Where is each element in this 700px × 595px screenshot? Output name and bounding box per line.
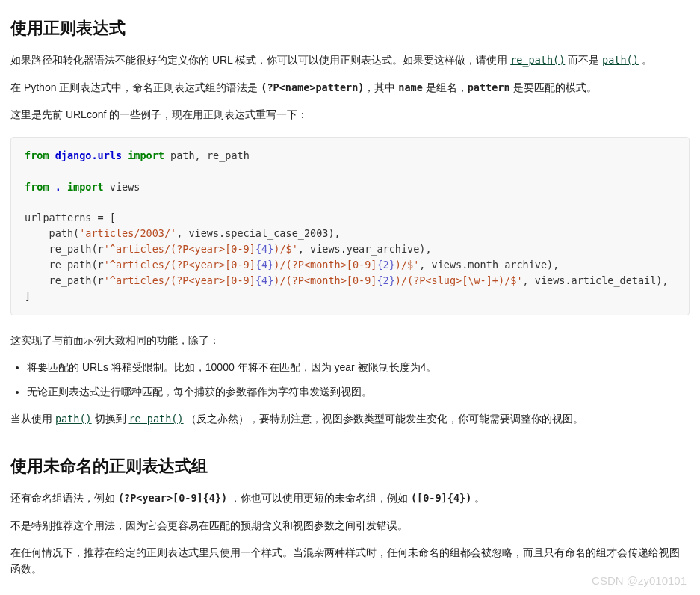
- text: 而不是: [565, 54, 602, 66]
- text: re_path(r: [25, 243, 104, 255]
- string: '^articles/(?P<year>[0-9]: [104, 274, 255, 286]
- para-example-lead: 这里是先前 URLconf 的一些例子，现在用正则表达式重写一下：: [10, 106, 690, 123]
- heading-unnamed-groups: 使用未命名的正则表达式组: [10, 453, 690, 479]
- kw: from: [25, 149, 49, 161]
- inline-code-name: name: [398, 81, 423, 93]
- text: re_path(r: [25, 259, 104, 271]
- para-not-recommended: 不是特别推荐这个用法，因为它会更容易在匹配的预期含义和视图参数之间引发错误。: [10, 517, 690, 534]
- para-differs: 这实现了与前面示例大致相同的功能，除了：: [10, 332, 690, 348]
- string: )/(?P<month>[0-9]: [273, 259, 377, 271]
- text: ，你也可以使用更短的未命名组，例如: [227, 492, 411, 504]
- text: 。: [471, 492, 485, 504]
- code-block-urlconf: from django.urls import path, re_path fr…: [10, 137, 690, 315]
- string: 'articles/2003/': [79, 227, 176, 239]
- text: 还有命名组语法，例如: [10, 492, 118, 504]
- text: 是组名，: [423, 81, 468, 93]
- string: )/$': [395, 259, 420, 271]
- quant: {2}: [377, 259, 394, 271]
- inline-code-named: (?P<year>[0-9]{4}): [118, 492, 227, 504]
- link-path[interactable]: path(): [602, 54, 639, 66]
- kw: import: [128, 149, 164, 161]
- link-path[interactable]: path(): [55, 413, 92, 425]
- text: , views.month_archive),: [419, 259, 559, 271]
- heading-use-regex: 使用正则表达式: [10, 15, 690, 41]
- module: .: [55, 181, 61, 193]
- text: 如果路径和转化器语法不能很好的定义你的 URL 模式，你可以可以使用正则表达式。…: [10, 54, 510, 66]
- text: views: [104, 181, 140, 193]
- text: , views.article_detail),: [523, 274, 669, 286]
- list-item: 将要匹配的 URLs 将稍受限制。比如，10000 年将不在匹配，因为 year…: [27, 359, 690, 375]
- code-line: ]: [25, 290, 31, 302]
- list-item: 无论正则表达式进行哪种匹配，每个捕获的参数都作为字符串发送到视图。: [27, 383, 690, 400]
- quant: {4}: [255, 243, 273, 255]
- text: ，其中: [364, 81, 398, 93]
- kw: from: [25, 181, 49, 193]
- string: )/(?P<slug>[\w-]+)/$': [395, 274, 523, 286]
- quant: {4}: [255, 259, 273, 271]
- text: path(: [25, 227, 79, 239]
- para-intro: 如果路径和转化器语法不能很好的定义你的 URL 模式，你可以可以使用正则表达式。…: [10, 52, 690, 69]
- text: , views.special_case_2003),: [176, 227, 340, 239]
- text: 在 Python 正则表达式中，命名正则表达式组的语法是: [10, 81, 261, 93]
- string: )/(?P<month>[0-9]: [273, 274, 377, 286]
- para-unnamed-intro: 还有命名组语法，例如 (?P<year>[0-9]{4}) ，你也可以使用更短的…: [10, 490, 690, 507]
- inline-code-pattern: pattern: [468, 81, 510, 93]
- text: , views.year_archive),: [298, 243, 432, 255]
- module: django.urls: [55, 149, 122, 161]
- inline-code-unnamed: ([0-9]{4}): [411, 492, 471, 504]
- inline-code-syntax: (?P<name>pattern): [261, 81, 364, 93]
- kw: import: [67, 181, 104, 193]
- para-one-style: 在任何情况下，推荐在给定的正则表达式里只使用一个样式。当混杂两种样式时，任何未命…: [10, 544, 690, 578]
- string: '^articles/(?P<year>[0-9]: [104, 259, 255, 271]
- text: 当从使用: [10, 413, 55, 425]
- text: 是要匹配的模式。: [510, 81, 597, 93]
- string: '^articles/(?P<year>[0-9]: [104, 243, 255, 255]
- para-switch-note: 当从使用 path() 切换到 re_path() （反之亦然），要特别注意，视…: [10, 410, 690, 428]
- para-syntax: 在 Python 正则表达式中，命名正则表达式组的语法是 (?P<name>pa…: [10, 79, 690, 96]
- quant: {2}: [377, 274, 394, 286]
- text: 。: [639, 54, 652, 66]
- differences-list: 将要匹配的 URLs 将稍受限制。比如，10000 年将不在匹配，因为 year…: [10, 359, 690, 400]
- text: re_path(r: [25, 274, 104, 286]
- link-re-path[interactable]: re_path(): [128, 413, 183, 425]
- string: )/$': [273, 243, 298, 255]
- text: 切换到: [92, 413, 129, 425]
- link-re-path[interactable]: re_path(): [510, 54, 565, 66]
- code-line: urlpatterns = [: [25, 212, 116, 223]
- quant: {4}: [255, 274, 273, 286]
- text: （反之亦然），要特别注意，视图参数类型可能发生变化，你可能需要调整你的视图。: [184, 413, 584, 425]
- text: path, re_path: [164, 149, 250, 161]
